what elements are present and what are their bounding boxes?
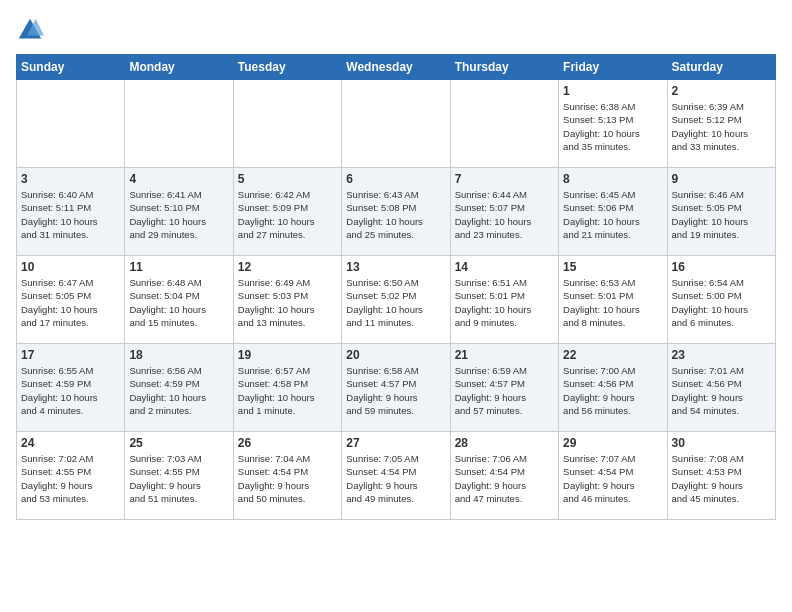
day-cell	[233, 80, 341, 168]
day-cell: 21Sunrise: 6:59 AM Sunset: 4:57 PM Dayli…	[450, 344, 558, 432]
week-row-2: 3Sunrise: 6:40 AM Sunset: 5:11 PM Daylig…	[17, 168, 776, 256]
week-row-4: 17Sunrise: 6:55 AM Sunset: 4:59 PM Dayli…	[17, 344, 776, 432]
day-cell: 16Sunrise: 6:54 AM Sunset: 5:00 PM Dayli…	[667, 256, 775, 344]
day-number: 25	[129, 436, 228, 450]
day-cell: 27Sunrise: 7:05 AM Sunset: 4:54 PM Dayli…	[342, 432, 450, 520]
day-number: 30	[672, 436, 771, 450]
day-cell	[125, 80, 233, 168]
day-cell: 11Sunrise: 6:48 AM Sunset: 5:04 PM Dayli…	[125, 256, 233, 344]
calendar-header: SundayMondayTuesdayWednesdayThursdayFrid…	[17, 55, 776, 80]
weekday-header-wednesday: Wednesday	[342, 55, 450, 80]
day-info: Sunrise: 6:56 AM Sunset: 4:59 PM Dayligh…	[129, 364, 228, 417]
day-number: 20	[346, 348, 445, 362]
day-info: Sunrise: 6:51 AM Sunset: 5:01 PM Dayligh…	[455, 276, 554, 329]
day-cell: 3Sunrise: 6:40 AM Sunset: 5:11 PM Daylig…	[17, 168, 125, 256]
day-number: 16	[672, 260, 771, 274]
day-info: Sunrise: 7:03 AM Sunset: 4:55 PM Dayligh…	[129, 452, 228, 505]
week-row-5: 24Sunrise: 7:02 AM Sunset: 4:55 PM Dayli…	[17, 432, 776, 520]
day-info: Sunrise: 6:57 AM Sunset: 4:58 PM Dayligh…	[238, 364, 337, 417]
day-info: Sunrise: 6:47 AM Sunset: 5:05 PM Dayligh…	[21, 276, 120, 329]
day-cell: 4Sunrise: 6:41 AM Sunset: 5:10 PM Daylig…	[125, 168, 233, 256]
day-info: Sunrise: 7:05 AM Sunset: 4:54 PM Dayligh…	[346, 452, 445, 505]
day-cell: 28Sunrise: 7:06 AM Sunset: 4:54 PM Dayli…	[450, 432, 558, 520]
day-number: 14	[455, 260, 554, 274]
day-cell: 2Sunrise: 6:39 AM Sunset: 5:12 PM Daylig…	[667, 80, 775, 168]
day-cell: 22Sunrise: 7:00 AM Sunset: 4:56 PM Dayli…	[559, 344, 667, 432]
day-cell: 5Sunrise: 6:42 AM Sunset: 5:09 PM Daylig…	[233, 168, 341, 256]
day-number: 8	[563, 172, 662, 186]
day-number: 17	[21, 348, 120, 362]
day-cell	[17, 80, 125, 168]
day-info: Sunrise: 6:50 AM Sunset: 5:02 PM Dayligh…	[346, 276, 445, 329]
day-cell: 13Sunrise: 6:50 AM Sunset: 5:02 PM Dayli…	[342, 256, 450, 344]
day-number: 24	[21, 436, 120, 450]
day-cell: 24Sunrise: 7:02 AM Sunset: 4:55 PM Dayli…	[17, 432, 125, 520]
day-number: 28	[455, 436, 554, 450]
day-number: 1	[563, 84, 662, 98]
day-info: Sunrise: 6:42 AM Sunset: 5:09 PM Dayligh…	[238, 188, 337, 241]
day-cell: 19Sunrise: 6:57 AM Sunset: 4:58 PM Dayli…	[233, 344, 341, 432]
day-info: Sunrise: 7:00 AM Sunset: 4:56 PM Dayligh…	[563, 364, 662, 417]
weekday-header-sunday: Sunday	[17, 55, 125, 80]
page: SundayMondayTuesdayWednesdayThursdayFrid…	[0, 0, 792, 530]
day-info: Sunrise: 6:38 AM Sunset: 5:13 PM Dayligh…	[563, 100, 662, 153]
day-cell: 12Sunrise: 6:49 AM Sunset: 5:03 PM Dayli…	[233, 256, 341, 344]
day-cell: 20Sunrise: 6:58 AM Sunset: 4:57 PM Dayli…	[342, 344, 450, 432]
day-info: Sunrise: 6:41 AM Sunset: 5:10 PM Dayligh…	[129, 188, 228, 241]
day-number: 3	[21, 172, 120, 186]
day-info: Sunrise: 6:39 AM Sunset: 5:12 PM Dayligh…	[672, 100, 771, 153]
day-info: Sunrise: 6:54 AM Sunset: 5:00 PM Dayligh…	[672, 276, 771, 329]
weekday-header-monday: Monday	[125, 55, 233, 80]
day-cell: 23Sunrise: 7:01 AM Sunset: 4:56 PM Dayli…	[667, 344, 775, 432]
weekday-header-saturday: Saturday	[667, 55, 775, 80]
day-cell: 15Sunrise: 6:53 AM Sunset: 5:01 PM Dayli…	[559, 256, 667, 344]
day-info: Sunrise: 6:55 AM Sunset: 4:59 PM Dayligh…	[21, 364, 120, 417]
day-info: Sunrise: 7:01 AM Sunset: 4:56 PM Dayligh…	[672, 364, 771, 417]
day-number: 12	[238, 260, 337, 274]
day-number: 18	[129, 348, 228, 362]
logo-icon	[16, 16, 44, 44]
day-number: 9	[672, 172, 771, 186]
day-number: 26	[238, 436, 337, 450]
day-number: 23	[672, 348, 771, 362]
weekday-row: SundayMondayTuesdayWednesdayThursdayFrid…	[17, 55, 776, 80]
day-number: 5	[238, 172, 337, 186]
day-info: Sunrise: 6:48 AM Sunset: 5:04 PM Dayligh…	[129, 276, 228, 329]
day-number: 21	[455, 348, 554, 362]
day-cell: 10Sunrise: 6:47 AM Sunset: 5:05 PM Dayli…	[17, 256, 125, 344]
day-number: 11	[129, 260, 228, 274]
day-cell: 26Sunrise: 7:04 AM Sunset: 4:54 PM Dayli…	[233, 432, 341, 520]
day-number: 4	[129, 172, 228, 186]
day-cell: 6Sunrise: 6:43 AM Sunset: 5:08 PM Daylig…	[342, 168, 450, 256]
day-cell: 30Sunrise: 7:08 AM Sunset: 4:53 PM Dayli…	[667, 432, 775, 520]
weekday-header-friday: Friday	[559, 55, 667, 80]
day-number: 19	[238, 348, 337, 362]
day-info: Sunrise: 6:49 AM Sunset: 5:03 PM Dayligh…	[238, 276, 337, 329]
calendar: SundayMondayTuesdayWednesdayThursdayFrid…	[16, 54, 776, 520]
day-cell: 8Sunrise: 6:45 AM Sunset: 5:06 PM Daylig…	[559, 168, 667, 256]
day-info: Sunrise: 6:43 AM Sunset: 5:08 PM Dayligh…	[346, 188, 445, 241]
day-info: Sunrise: 7:04 AM Sunset: 4:54 PM Dayligh…	[238, 452, 337, 505]
day-cell: 9Sunrise: 6:46 AM Sunset: 5:05 PM Daylig…	[667, 168, 775, 256]
day-cell: 25Sunrise: 7:03 AM Sunset: 4:55 PM Dayli…	[125, 432, 233, 520]
day-cell	[342, 80, 450, 168]
day-info: Sunrise: 7:08 AM Sunset: 4:53 PM Dayligh…	[672, 452, 771, 505]
day-info: Sunrise: 7:06 AM Sunset: 4:54 PM Dayligh…	[455, 452, 554, 505]
week-row-1: 1Sunrise: 6:38 AM Sunset: 5:13 PM Daylig…	[17, 80, 776, 168]
day-number: 22	[563, 348, 662, 362]
header	[16, 16, 776, 44]
day-cell: 14Sunrise: 6:51 AM Sunset: 5:01 PM Dayli…	[450, 256, 558, 344]
day-number: 13	[346, 260, 445, 274]
week-row-3: 10Sunrise: 6:47 AM Sunset: 5:05 PM Dayli…	[17, 256, 776, 344]
day-cell: 1Sunrise: 6:38 AM Sunset: 5:13 PM Daylig…	[559, 80, 667, 168]
day-cell: 29Sunrise: 7:07 AM Sunset: 4:54 PM Dayli…	[559, 432, 667, 520]
day-info: Sunrise: 6:58 AM Sunset: 4:57 PM Dayligh…	[346, 364, 445, 417]
calendar-body: 1Sunrise: 6:38 AM Sunset: 5:13 PM Daylig…	[17, 80, 776, 520]
day-number: 29	[563, 436, 662, 450]
day-number: 27	[346, 436, 445, 450]
day-number: 10	[21, 260, 120, 274]
day-number: 2	[672, 84, 771, 98]
day-info: Sunrise: 6:53 AM Sunset: 5:01 PM Dayligh…	[563, 276, 662, 329]
weekday-header-tuesday: Tuesday	[233, 55, 341, 80]
day-info: Sunrise: 6:40 AM Sunset: 5:11 PM Dayligh…	[21, 188, 120, 241]
